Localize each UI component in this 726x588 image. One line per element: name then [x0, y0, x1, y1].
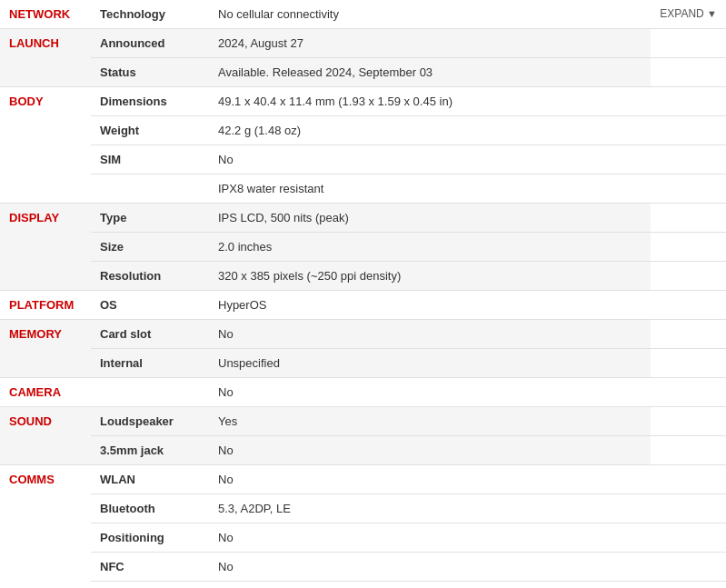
label-sound-1: 3.5mm jack: [91, 436, 209, 465]
value-comms-4: No: [209, 582, 651, 589]
value-network-0: No cellular connectivity: [209, 0, 651, 29]
label-body-0: Dimensions: [91, 87, 209, 116]
label-display-0: Type: [91, 204, 209, 233]
label-sound-0: Loudspeaker: [91, 407, 209, 436]
label-platform-0: OS: [91, 291, 209, 320]
value-platform-0: HyperOS: [209, 291, 651, 320]
label-comms-2: Positioning: [91, 523, 209, 553]
value-body-3: IPX8 water resistant: [209, 174, 651, 204]
value-body-0: 49.1 x 40.4 x 11.4 mm (1.93 x 1.59 x 0.4…: [209, 87, 651, 116]
value-sound-0: Yes: [209, 407, 651, 436]
label-launch-1: Status: [91, 58, 209, 87]
category-display: DISPLAY: [0, 204, 91, 291]
value-memory-0: No: [209, 320, 651, 349]
value-memory-1: Unspecified: [209, 349, 651, 378]
expand-button[interactable]: EXPAND ▼: [651, 0, 726, 29]
value-display-0: IPS LCD, 500 nits (peak): [209, 204, 651, 233]
value-comms-0: No: [209, 465, 651, 494]
value-sound-1: No: [209, 436, 651, 465]
category-comms: COMMS: [0, 465, 91, 589]
expand-label: EXPAND: [660, 7, 703, 20]
category-network: NETWORK: [0, 0, 91, 29]
label-body-1: Weight: [91, 116, 209, 145]
category-launch: LAUNCH: [0, 29, 91, 87]
label-memory-1: Internal: [91, 349, 209, 378]
value-body-1: 42.2 g (1.48 oz): [209, 116, 651, 145]
value-comms-1: 5.3, A2DP, LE: [209, 494, 651, 523]
value-camera-0: No: [209, 378, 651, 407]
category-platform: PLATFORM: [0, 291, 91, 320]
label-comms-0: WLAN: [91, 465, 209, 494]
value-body-2: No: [209, 145, 651, 174]
label-comms-4: Radio: [91, 582, 209, 589]
label-launch-0: Announced: [91, 29, 209, 58]
label-display-1: Size: [91, 233, 209, 262]
category-memory: MEMORY: [0, 320, 91, 378]
value-launch-0: 2024, August 27: [209, 29, 651, 58]
spec-table: NETWORKTechnologyNo cellular connectivit…: [0, 0, 726, 588]
label-body-2: SIM: [91, 145, 209, 174]
category-sound: SOUND: [0, 407, 91, 465]
category-camera: CAMERA: [0, 378, 91, 407]
value-launch-1: Available. Released 2024, September 03: [209, 58, 651, 87]
expand-arrow-icon: ▼: [707, 8, 717, 19]
label-memory-0: Card slot: [91, 320, 209, 349]
value-display-2: 320 x 385 pixels (~250 ppi density): [209, 262, 651, 291]
label-comms-3: NFC: [91, 553, 209, 582]
value-comms-3: No: [209, 553, 651, 582]
label-camera-0: [91, 378, 209, 407]
label-network-0: Technology: [91, 0, 209, 29]
value-comms-2: No: [209, 523, 651, 553]
label-body-3: [91, 174, 209, 204]
label-comms-1: Bluetooth: [91, 494, 209, 523]
value-display-1: 2.0 inches: [209, 233, 651, 262]
label-display-2: Resolution: [91, 262, 209, 291]
category-body: BODY: [0, 87, 91, 204]
